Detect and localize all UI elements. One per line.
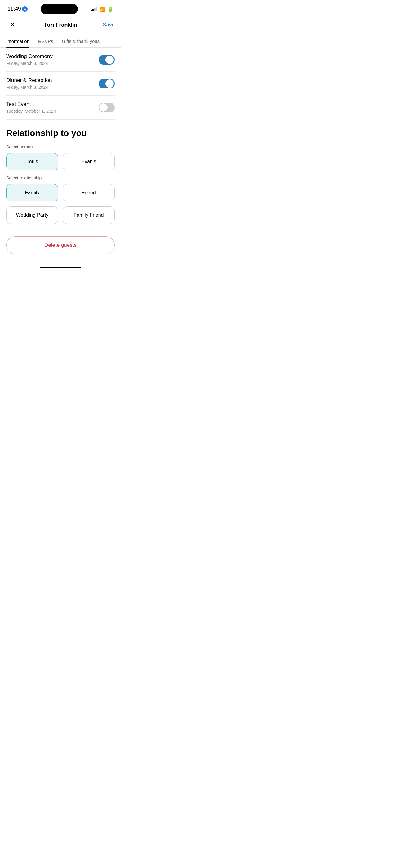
event-name: Dinner & Reception	[6, 77, 52, 84]
event-info: Test Event Tuesday, October 1, 2024	[6, 101, 56, 114]
home-bar	[40, 267, 81, 268]
tab-bar: Information RSVPs Gifts & thank yous	[0, 35, 121, 48]
events-list: Wedding Ceremony Friday, March 8, 2024 D…	[0, 48, 121, 120]
tab-information[interactable]: Information	[6, 35, 29, 48]
dynamic-island	[41, 4, 78, 14]
wifi-icon: 📶	[99, 6, 105, 12]
event-name: Wedding Ceremony	[6, 53, 53, 60]
event-toggle-0[interactable]	[99, 55, 115, 65]
battery-icon: 🔋	[107, 6, 113, 12]
event-date: Friday, March 8, 2024	[6, 85, 52, 90]
event-toggle-1[interactable]	[99, 79, 115, 89]
person-label: Select person	[6, 144, 115, 149]
relationship-buttons-row1: Family Friend	[6, 184, 115, 202]
close-button[interactable]: ✕	[6, 19, 19, 31]
relationship-family-friend-button[interactable]: Family Friend	[63, 207, 115, 224]
save-button[interactable]: Save	[103, 22, 115, 28]
relationship-label: Select relationship	[6, 176, 115, 180]
tab-rsvps[interactable]: RSVPs	[38, 35, 53, 48]
home-indicator	[0, 264, 121, 271]
person-evan-button[interactable]: Evan's	[63, 153, 115, 170]
event-row: Test Event Tuesday, October 1, 2024	[6, 96, 115, 120]
event-name: Test Event	[6, 101, 56, 107]
person-tori-button[interactable]: Tori's	[6, 153, 58, 170]
event-row: Wedding Ceremony Friday, March 8, 2024	[6, 48, 115, 72]
relationship-wedding-party-button[interactable]: Wedding Party	[6, 207, 58, 224]
delete-guests-button[interactable]: Delete guests	[6, 236, 115, 254]
status-bar: 11:49 ▶ 📶 🔋	[0, 0, 121, 16]
tab-gifts[interactable]: Gifts & thank yous	[62, 35, 100, 48]
location-icon: ▶	[22, 6, 28, 12]
event-date: Friday, March 8, 2024	[6, 61, 53, 66]
relationship-friend-button[interactable]: Friend	[63, 184, 115, 202]
relationship-buttons-row2: Wedding Party Family Friend	[6, 207, 115, 224]
relationship-title: Relationship to you	[6, 128, 115, 138]
status-time: 11:49 ▶	[7, 6, 28, 12]
event-toggle-2[interactable]	[99, 103, 115, 113]
event-info: Dinner & Reception Friday, March 8, 2024	[6, 77, 52, 90]
event-date: Tuesday, October 1, 2024	[6, 108, 56, 114]
delete-section: Delete guests	[0, 229, 121, 264]
event-row: Dinner & Reception Friday, March 8, 2024	[6, 72, 115, 96]
relationship-family-button[interactable]: Family	[6, 184, 58, 202]
relationship-section: Relationship to you Select person Tori's…	[0, 120, 121, 224]
page-title: Tori Franklin	[44, 22, 77, 28]
status-icons: 📶 🔋	[91, 6, 113, 12]
signal-icon	[91, 7, 97, 11]
event-info: Wedding Ceremony Friday, March 8, 2024	[6, 53, 53, 66]
header: ✕ Tori Franklin Save	[0, 16, 121, 35]
person-buttons: Tori's Evan's	[6, 153, 115, 170]
